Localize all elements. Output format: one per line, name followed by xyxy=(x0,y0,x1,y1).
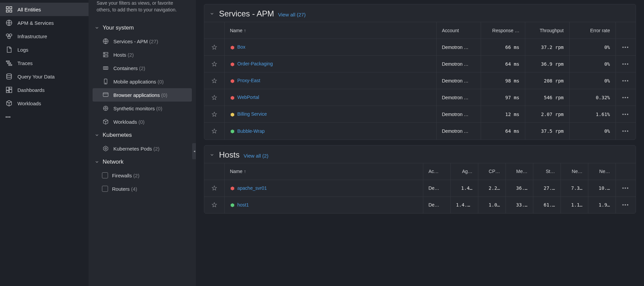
sidebar-item-label: Traces xyxy=(17,60,33,66)
panel-item-routers[interactable]: Routers (4) xyxy=(93,182,192,195)
svg-marker-43 xyxy=(212,203,217,207)
cell-account: Demotron … xyxy=(436,123,481,139)
sort-asc-icon: ↑ xyxy=(244,28,246,33)
column-name[interactable]: Name↑ xyxy=(224,22,436,39)
status-hex-icon xyxy=(230,79,235,83)
row-more-icon[interactable]: ••• xyxy=(622,128,629,134)
sidebar-item-logs[interactable]: Logs xyxy=(0,43,89,56)
svg-rect-15 xyxy=(6,91,9,93)
view-all-link[interactable]: View all (2) xyxy=(244,153,268,159)
cell-error-rate: 0% xyxy=(569,72,615,89)
favorite-star-icon[interactable] xyxy=(211,61,217,67)
svg-rect-3 xyxy=(10,10,12,12)
favorite-star-icon[interactable] xyxy=(211,111,217,117)
card-collapse-toggle[interactable] xyxy=(210,11,215,16)
column-network-rx[interactable]: Ne… xyxy=(560,163,588,180)
panel-item-synthetic[interactable]: Synthetic monitors (0) xyxy=(93,102,192,115)
cell-throughput: 37.2 rpm xyxy=(525,39,569,56)
sidebar-item-dashboards[interactable]: Dashboards xyxy=(0,83,89,97)
row-more-icon[interactable]: ••• xyxy=(622,78,629,83)
column-account[interactable]: Account xyxy=(436,22,481,39)
sidebar-item-infrastructure[interactable]: Infrastructure xyxy=(0,30,89,43)
panel-item-workloads[interactable]: Workloads (0) xyxy=(93,115,192,128)
favorite-star-icon[interactable] xyxy=(211,78,217,84)
cell-response: 64 ms xyxy=(481,123,525,139)
panel-item-count: (4) xyxy=(131,186,137,192)
panel-item-containers[interactable]: Containers (2) xyxy=(93,61,192,75)
panel-item-mobile-apps[interactable]: Mobile applications (0) xyxy=(93,75,192,88)
mobile-icon xyxy=(102,78,109,85)
panel-item-hosts[interactable]: Hosts (2) xyxy=(93,48,192,61)
row-more-icon[interactable]: ••• xyxy=(622,112,629,117)
column-storage[interactable]: St… xyxy=(533,163,560,180)
entity-link[interactable]: Box xyxy=(237,44,246,50)
sidebar-item-apm-services[interactable]: APM & Services xyxy=(0,16,89,30)
sidebar-item-label: Workloads xyxy=(17,101,41,106)
panel-item-firewalls[interactable]: Firewalls (2) xyxy=(93,169,192,182)
column-account[interactable]: Ac… xyxy=(423,163,450,180)
entity-link[interactable]: Order-Packaging xyxy=(237,61,273,66)
cell-account: De… xyxy=(423,196,450,213)
column-error-rate[interactable]: Error rate xyxy=(569,22,615,39)
panel-item-browser-apps[interactable]: Browser applications (0) xyxy=(93,88,192,102)
status-hex-icon xyxy=(230,96,235,100)
entity-link[interactable]: Billing Service xyxy=(237,111,267,117)
table-row: host1De…1.4.111.0…33.…61.…1.1…1.9…••• xyxy=(204,196,636,213)
column-throughput[interactable]: Throughput xyxy=(525,22,569,39)
view-all-link[interactable]: View all (27) xyxy=(278,12,306,17)
synthetic-icon xyxy=(102,105,109,112)
favorite-star-icon[interactable] xyxy=(211,202,217,208)
svg-rect-1 xyxy=(10,7,12,9)
panel-item-label: Synthetic monitors xyxy=(113,106,155,111)
cell-memory: 33.… xyxy=(505,196,533,213)
column-network-tx[interactable]: Ne… xyxy=(588,163,615,180)
status-hex-icon xyxy=(230,112,235,117)
row-more-icon[interactable]: ••• xyxy=(622,202,629,208)
entity-link[interactable]: host1 xyxy=(237,202,249,208)
cell-throughput: 546 rpm xyxy=(525,89,569,106)
sidebar-item-query-data[interactable]: Query Your Data xyxy=(0,70,89,83)
favorite-star-icon[interactable] xyxy=(211,128,217,134)
chevron-left-icon: ◂ xyxy=(194,149,195,153)
row-more-icon[interactable]: ••• xyxy=(622,45,629,50)
sidebar-item-all-entities[interactable]: All Entities xyxy=(0,3,89,16)
svg-rect-24 xyxy=(103,93,108,97)
column-memory[interactable]: Me… xyxy=(505,163,533,180)
panel-item-count: (2) xyxy=(139,65,145,71)
panel-item-services-apm[interactable]: Services - APM (27) xyxy=(93,35,192,48)
column-response[interactable]: Response … xyxy=(481,22,525,39)
panel-item-k8s-pods[interactable]: Kubernetes Pods (2) xyxy=(93,142,192,155)
entity-link[interactable]: WebPortal xyxy=(237,95,259,100)
card-collapse-toggle[interactable] xyxy=(210,152,215,158)
section-kubernetes[interactable]: Kubernetes xyxy=(93,128,192,142)
sidebar-more[interactable]: ••• xyxy=(0,110,89,123)
entity-link[interactable]: Bubble-Wrap xyxy=(237,128,265,134)
favorite-star-icon[interactable] xyxy=(211,185,217,191)
favorite-star-icon[interactable] xyxy=(211,95,217,101)
row-more-icon[interactable]: ••• xyxy=(622,95,629,100)
row-more-icon[interactable]: ••• xyxy=(622,61,629,67)
svg-marker-29 xyxy=(212,45,217,49)
services-apm-card: Services - APM View all (27) Name↑ Accou… xyxy=(204,4,636,140)
cell-storage: 61.… xyxy=(533,196,560,213)
browser-icon xyxy=(102,91,109,99)
entity-link[interactable]: Proxy-East xyxy=(237,78,260,83)
row-more-icon[interactable]: ••• xyxy=(622,185,629,191)
sidebar-item-workloads[interactable]: Workloads xyxy=(0,97,89,110)
container-icon xyxy=(102,64,109,72)
favorite-star-icon[interactable] xyxy=(211,44,217,50)
section-network[interactable]: Network xyxy=(93,155,192,169)
cell-account: Demotron … xyxy=(436,106,481,123)
panel-item-count: (2) xyxy=(133,173,139,178)
status-hex-icon xyxy=(230,45,235,50)
column-cpu[interactable]: CP… xyxy=(478,163,505,180)
primary-sidebar: All Entities APM & Services Infrastructu… xyxy=(0,0,89,286)
entity-link[interactable]: apache_svr01 xyxy=(237,185,267,191)
sidebar-item-traces[interactable]: Traces xyxy=(0,56,89,70)
panel-collapse-handle[interactable]: ◂ xyxy=(192,143,196,159)
column-name[interactable]: Name↑ xyxy=(224,163,423,180)
svg-point-19 xyxy=(104,53,105,54)
column-agent[interactable]: Ag… xyxy=(450,163,478,180)
section-your-system[interactable]: Your system xyxy=(93,21,192,35)
sidebar-item-label: Infrastructure xyxy=(17,34,47,39)
